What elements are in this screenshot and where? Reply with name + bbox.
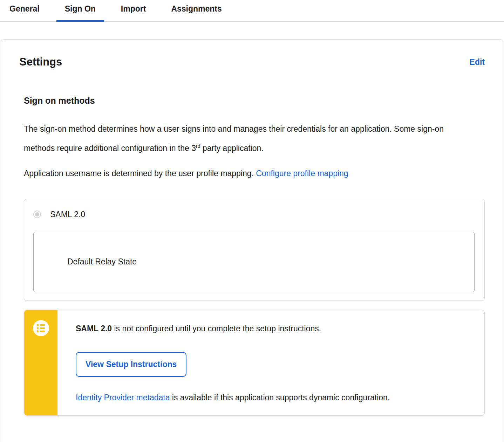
- metadata-note: Identity Provider metadata is available …: [76, 392, 390, 403]
- settings-card: Settings Edit Sign on methods The sign-o…: [1, 39, 503, 442]
- view-setup-instructions-button[interactable]: View Setup Instructions: [76, 352, 186, 377]
- warning-message-bold: SAML 2.0: [76, 324, 112, 333]
- settings-card-header: Settings Edit: [19, 56, 485, 68]
- page-title: Settings: [19, 56, 62, 68]
- saml-not-configured-banner: SAML 2.0 is not configured until you com…: [24, 310, 485, 416]
- metadata-note-rest: is available if this application support…: [170, 393, 390, 402]
- sign-on-method-description: The sign-on method determines how a user…: [24, 120, 462, 157]
- description-text-tail: party application.: [200, 144, 263, 153]
- app-tab-bar: General Sign On Import Assignments: [0, 0, 504, 22]
- warning-accent-strip: [24, 310, 57, 415]
- saml-radio-button[interactable]: [33, 210, 41, 218]
- radio-dot-icon: [35, 212, 39, 216]
- sign-on-methods-section: Sign on methods The sign-on method deter…: [19, 96, 485, 416]
- tab-import[interactable]: Import: [113, 0, 155, 21]
- tab-general[interactable]: General: [1, 0, 48, 21]
- tab-sign-on[interactable]: Sign On: [56, 0, 104, 21]
- tab-assignments[interactable]: Assignments: [163, 0, 230, 21]
- warning-banner-body: SAML 2.0 is not configured until you com…: [57, 310, 404, 415]
- username-mapping-description: Application username is determined by th…: [24, 165, 462, 182]
- saml-radio-row: SAML 2.0: [33, 210, 475, 219]
- saml-option-box: SAML 2.0 Default Relay State: [24, 199, 485, 301]
- default-relay-state-label: Default Relay State: [67, 257, 137, 267]
- edit-button[interactable]: Edit: [470, 57, 485, 67]
- ordinal-superscript: rd: [196, 143, 200, 149]
- configure-profile-mapping-link[interactable]: Configure profile mapping: [256, 169, 348, 178]
- section-heading: Sign on methods: [24, 96, 485, 106]
- identity-provider-metadata-link[interactable]: Identity Provider metadata: [76, 393, 170, 402]
- list-icon: [33, 320, 49, 336]
- warning-message: SAML 2.0 is not configured until you com…: [76, 323, 390, 334]
- default-relay-state-field: Default Relay State: [33, 232, 475, 292]
- username-mapping-text: Application username is determined by th…: [24, 169, 256, 178]
- warning-message-rest: is not configured until you complete the…: [112, 324, 321, 333]
- saml-radio-label: SAML 2.0: [50, 210, 85, 219]
